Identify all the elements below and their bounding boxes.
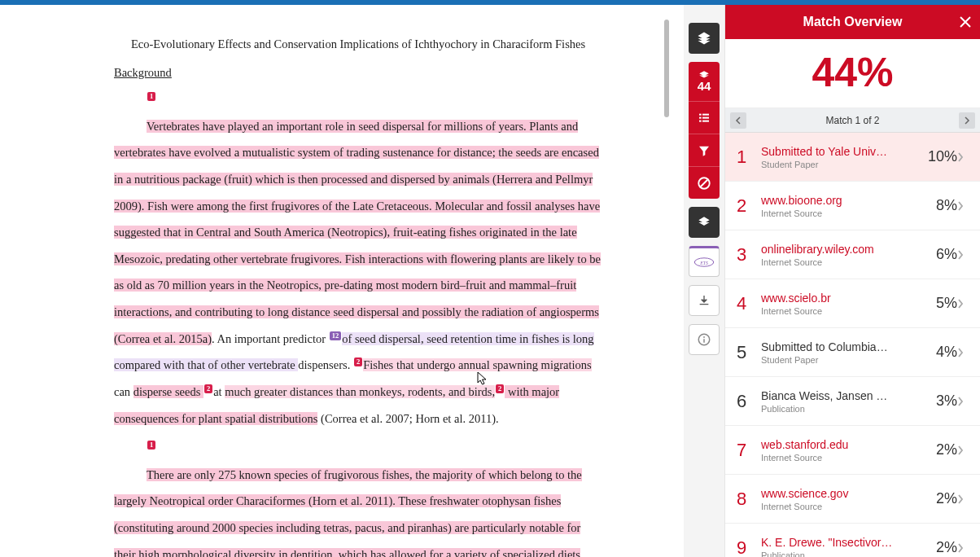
all-sources-button[interactable]	[689, 101, 720, 134]
paragraph-2: 1 There are only 275 known species of fr…	[114, 435, 602, 557]
chevron-right-icon	[964, 116, 970, 125]
source-number: 7	[725, 440, 758, 461]
panel-header: Match Overview	[725, 5, 980, 39]
source-type: Internet Source	[761, 306, 917, 316]
text-plain: . An important predictor	[212, 332, 329, 345]
ets-button[interactable]: ETS	[689, 246, 720, 277]
source-percent: 10%	[920, 148, 957, 165]
chevron-right-icon	[957, 543, 964, 553]
match-badge-12[interactable]: 12	[330, 331, 342, 340]
match-badge-1b[interactable]: 1	[147, 441, 155, 450]
toolbar-column: 44 ETS	[684, 5, 724, 557]
filter-button[interactable]	[689, 134, 720, 166]
paragraph-1: 1 Vertebrates have played an important r…	[114, 86, 602, 432]
match-badge-1[interactable]: 1	[147, 92, 155, 101]
source-type: Publication	[761, 404, 917, 414]
source-expand[interactable]	[957, 397, 973, 406]
source-item[interactable]: 5Submitted to Columbia…Student Paper4%	[725, 328, 980, 377]
source-number: 8	[725, 489, 758, 510]
layers-button[interactable]	[689, 23, 720, 54]
source-item[interactable]: 2www.bioone.orgInternet Source8%	[725, 182, 980, 230]
text-plain: (Correa et al. 2007; Horn et al. 2011).	[317, 412, 498, 425]
source-expand[interactable]	[957, 348, 973, 357]
source-expand[interactable]	[957, 152, 973, 162]
score-value: 44	[698, 79, 711, 93]
source-item[interactable]: 4www.scielo.brInternet Source5%	[725, 279, 980, 328]
source-percent: 2%	[920, 441, 957, 458]
source-expand[interactable]	[957, 494, 973, 504]
source-name: www.scielo.br	[761, 292, 917, 305]
download-button[interactable]	[689, 285, 720, 316]
similarity-score-button[interactable]: 44	[689, 62, 720, 101]
chevron-right-icon	[957, 201, 964, 211]
document-pane: Eco-Evolutionary Effects and Conservatio…	[0, 5, 684, 557]
source-type: Student Paper	[761, 355, 917, 365]
text-plain: at	[213, 385, 225, 398]
svg-rect-11	[702, 120, 709, 121]
match-badge-2c[interactable]: 2	[496, 384, 504, 393]
source-info: Submitted to Yale Univ…Student Paper	[758, 145, 920, 169]
source-name: Submitted to Yale Univ…	[761, 145, 917, 158]
match-badge-2b[interactable]: 2	[204, 384, 212, 393]
source-info: onlinelibrary.wiley.comInternet Source	[758, 243, 920, 267]
svg-point-17	[703, 336, 705, 338]
source-item[interactable]: 8www.science.govInternet Source2%	[725, 475, 980, 524]
source-item[interactable]: 1Submitted to Yale Univ…Student Paper10%	[725, 133, 980, 182]
source-name: www.bioone.org	[761, 194, 917, 207]
list-icon	[698, 112, 711, 125]
source-item[interactable]: 9K. E. Drewe. "Insectivor…Publication2%	[725, 524, 980, 557]
source-list[interactable]: 1Submitted to Yale Univ…Student Paper10%…	[725, 133, 980, 557]
source-name: K. E. Drewe. "Insectivor…	[761, 536, 917, 549]
info-button[interactable]	[689, 324, 720, 355]
source-type: Student Paper	[761, 160, 917, 169]
main-layout: Eco-Evolutionary Effects and Conservatio…	[0, 5, 980, 557]
next-match-button[interactable]	[959, 112, 975, 129]
info-icon	[697, 332, 711, 347]
source-name: web.stanford.edu	[761, 438, 917, 451]
section-heading-background: Background	[114, 66, 602, 80]
exclude-button[interactable]	[689, 166, 720, 199]
source-expand[interactable]	[957, 201, 973, 211]
source-expand[interactable]	[957, 299, 973, 309]
source-number: 1	[725, 147, 758, 168]
highlight-match-2b[interactable]: much greater distances than monkeys, rod…	[225, 385, 495, 398]
chevron-left-icon	[735, 116, 742, 125]
source-expand[interactable]	[957, 543, 973, 553]
source-info: www.science.govInternet Source	[758, 487, 920, 511]
source-name: www.science.gov	[761, 487, 917, 500]
source-expand[interactable]	[957, 445, 973, 455]
source-info: www.scielo.brInternet Source	[758, 292, 920, 316]
scrollbar-thumb[interactable]	[664, 20, 669, 117]
source-item[interactable]: 6Bianca Weiss, Jansen …Publication3%	[725, 377, 980, 426]
svg-rect-9	[702, 116, 709, 118]
prev-match-button[interactable]	[730, 112, 746, 129]
source-info: web.stanford.eduInternet Source	[758, 438, 920, 463]
source-item[interactable]: 7web.stanford.eduInternet Source2%	[725, 426, 980, 475]
match-badge-2a[interactable]: 2	[354, 357, 362, 366]
source-item[interactable]: 3onlinelibrary.wiley.comInternet Source6…	[725, 230, 980, 279]
match-navigator: Match 1 of 2	[725, 108, 980, 133]
source-percent: 5%	[920, 295, 957, 312]
funnel-icon	[698, 144, 711, 157]
svg-text:ETS: ETS	[699, 261, 708, 265]
chevron-right-icon	[957, 250, 964, 260]
grading-layers-button[interactable]	[689, 207, 720, 238]
highlight-match-1d[interactable]: There are only 275 known species of frug…	[114, 468, 582, 557]
source-expand[interactable]	[957, 250, 973, 260]
download-icon	[698, 294, 711, 307]
source-number: 4	[725, 293, 758, 314]
source-info: K. E. Drewe. "Insectivor…Publication	[758, 536, 920, 558]
source-name: Submitted to Columbia…	[761, 340, 917, 353]
close-panel-button[interactable]	[959, 15, 972, 29]
chevron-right-icon	[957, 494, 964, 504]
document-title: Eco-Evolutionary Effects and Conservatio…	[114, 37, 602, 51]
highlight-match-1b[interactable]: disperse seeds	[133, 385, 203, 398]
highlight-match-2a[interactable]: Fishes that undergo annual spawning migr…	[363, 358, 591, 371]
source-percent: 2%	[920, 539, 957, 556]
document-scroll[interactable]: Eco-Evolutionary Effects and Conservatio…	[0, 5, 684, 557]
document-page: Eco-Evolutionary Effects and Conservatio…	[24, 21, 659, 557]
ets-icon: ETS	[693, 257, 715, 268]
highlight-match-1a[interactable]: Vertebrates have played an important rol…	[114, 120, 601, 345]
text-plain: can	[114, 385, 133, 398]
no-entry-icon	[697, 176, 711, 191]
